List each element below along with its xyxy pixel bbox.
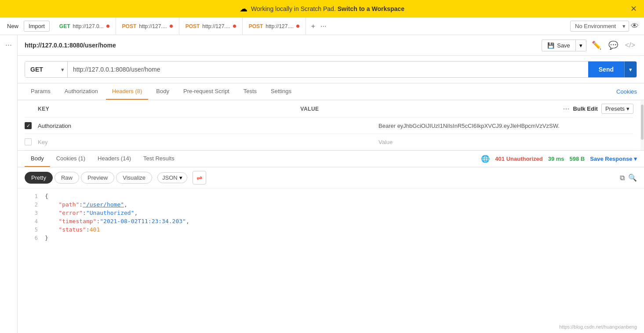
tab-headers[interactable]: Headers (8) [106,83,149,100]
method-select[interactable]: GET POST PUT DELETE PATCH [25,62,68,77]
request-url-title: http://127.0.0.1:8080/user/home [25,42,538,49]
response-body-toolbar: Pretty Raw Preview Visualize JSON ▾ ⇌ ⧉ … [18,167,644,188]
json-key-status: "status" [45,226,86,233]
status-code: 401 Unauthorized [495,156,542,162]
sidebar-more-icon[interactable]: ··· [4,39,14,51]
send-button[interactable]: Send [588,62,624,77]
header-key-auth[interactable]: Authorization [38,123,378,129]
eye-icon[interactable]: 👁 [631,22,639,31]
tab-params[interactable]: Params [25,83,57,100]
scratch-pad-banner: ☁ Working locally in Scratch Pad. Switch… [0,0,644,18]
checkbox-checked-1[interactable]: ✓ [25,122,32,129]
tab-post-2[interactable]: POST http://127.... [179,18,243,35]
tab-authorization[interactable]: Authorization [58,83,104,100]
scrollbar-thumb [641,105,644,140]
view-preview-button[interactable]: Preview [81,172,114,184]
presets-button[interactable]: Presets ▾ [601,104,633,114]
line-num-5: 5 [25,227,38,233]
tab-get[interactable]: GET http://127.0... [53,18,116,35]
line-num-2: 2 [25,202,38,208]
checkbox-empty-2[interactable] [25,138,32,145]
table-row: Key Value [25,134,633,150]
view-visualize-button[interactable]: Visualize [116,172,152,184]
line-num-4: 4 [25,218,38,224]
tab-bar: New Import GET http://127.0... POST http… [0,18,644,35]
new-button[interactable]: New [4,21,22,31]
comment-icon[interactable]: 💬 [607,39,620,52]
format-chevron-icon: ▾ [179,174,182,181]
save-icon: 💾 [547,42,554,49]
view-pretty-button[interactable]: Pretty [25,172,53,184]
tab-body[interactable]: Body [150,83,175,100]
body-icons: ⧉ 🔍 [620,174,637,182]
bulk-edit-button[interactable]: Bulk Edit [573,105,598,112]
table-more-icon[interactable]: ··· [563,104,570,113]
resp-tab-testresults[interactable]: Test Results [137,151,181,167]
watermark: https://blog.csdn.net/huangxianbeng [559,324,637,329]
import-button[interactable]: Import [24,21,50,32]
content-area: http://127.0.0.1:8080/user/home 💾 Save ▾… [18,35,644,333]
switch-workspace-link[interactable]: Switch to a Workspace [338,5,404,12]
tab-method-post3: POST [249,23,263,29]
header-value-auth[interactable]: Bearer eyJhbGciOiJIUzI1NiIsInR5cCI6IkpXV… [378,123,633,129]
tab-settings[interactable]: Settings [265,83,298,100]
json-line-3: 3 "error" : "Unauthorized" , [18,209,644,217]
tab-method-get: GET [59,23,70,29]
tabs-container: GET http://127.0... POST http://127.... … [53,18,565,35]
response-status-bar: 🌐 401 Unauthorized 39 ms 598 B Save Resp… [481,155,637,163]
tab-dot-post2 [233,25,236,28]
resp-tab-cookies[interactable]: Cookies (1) [50,151,91,167]
sidebar: ··· [0,35,18,333]
send-btn-wrap: Send ▾ [588,62,637,77]
tab-url-get: http://127.0... [73,23,104,29]
url-input[interactable] [68,62,588,77]
search-icon[interactable]: 🔍 [628,174,637,182]
banner-text: Working locally in Scratch Pad. Switch t… [251,5,404,12]
header-key-empty[interactable]: Key [38,139,378,145]
resp-tab-headers[interactable]: Headers (14) [91,151,137,167]
tab-dot-post3 [296,25,299,28]
tab-post-3[interactable]: POST http://127.... [243,18,306,35]
headers-scrollbar[interactable] [640,100,644,150]
line-num-3: 3 [25,210,38,216]
main-layout: ··· http://127.0.0.1:8080/user/home 💾 Sa… [0,35,644,333]
send-dropdown-button[interactable]: ▾ [624,62,637,77]
more-tabs-button[interactable]: ··· [319,21,328,32]
json-line-4: 4 "timestamp" : "2021-08-02T11:23:34.203… [18,217,644,225]
wrap-button[interactable]: ⇌ [193,171,206,185]
request-builder: GET POST PUT DELETE PATCH Send ▾ [18,56,644,83]
tab-post-1[interactable]: POST http://127.... [116,18,179,35]
format-select[interactable]: JSON ▾ [157,172,187,183]
header-icons: ✏️ 💬 </> [590,39,637,52]
json-line-6: 6 } [18,234,644,242]
row-checkbox-2[interactable] [25,138,38,145]
header-value-empty[interactable]: Value [378,139,633,145]
save-response-button[interactable]: Save Response ▾ [590,156,637,162]
request-header: http://127.0.0.1:8080/user/home 💾 Save ▾… [18,35,644,56]
json-bracket-close: } [45,235,48,241]
response-size: 598 B [570,156,585,162]
json-viewer: 1 { 2 "path" : "/user/home" , 3 "error" … [18,188,644,333]
save-dropdown-button[interactable]: ▾ [576,40,586,51]
tab-tests[interactable]: Tests [237,83,263,100]
edit-icon[interactable]: ✏️ [590,39,603,52]
save-button[interactable]: 💾 Save [542,40,576,51]
json-value-path[interactable]: "/user/home" [83,201,124,208]
tab-prerequest[interactable]: Pre-request Script [177,83,236,100]
resp-tab-body[interactable]: Body [25,151,50,167]
json-value-status: 401 [90,226,100,233]
copy-icon[interactable]: ⧉ [620,174,625,182]
request-tabs-nav: Params Authorization Headers (8) Body Pr… [18,83,644,100]
code-icon[interactable]: </> [623,40,637,51]
close-banner-button[interactable]: ✕ [630,4,637,14]
tabs-actions: + ··· [306,18,332,35]
response-tabs-bar: Body Cookies (1) Headers (14) Test Resul… [18,151,644,167]
view-raw-button[interactable]: Raw [55,172,79,184]
row-checkbox-1[interactable]: ✓ [25,122,38,129]
tab-method-post2: POST [186,23,200,29]
environment-dropdown[interactable]: No Environment [570,21,629,32]
globe-icon: 🌐 [481,155,490,163]
add-tab-button[interactable]: + [309,21,317,32]
cookies-link[interactable]: Cookies [616,88,637,95]
value-column-header: VALUE [300,106,563,112]
